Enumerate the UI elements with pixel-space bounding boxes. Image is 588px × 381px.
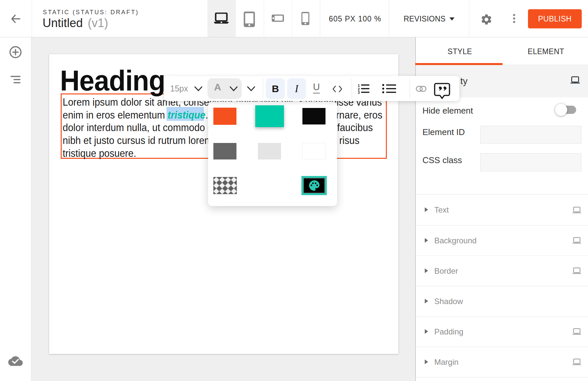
svg-text:3: 3 — [358, 90, 360, 94]
